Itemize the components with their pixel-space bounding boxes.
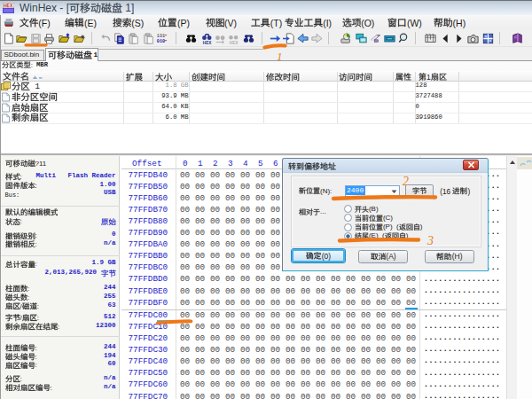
svg-text:HEX: HEX	[203, 41, 213, 44]
svg-text:010: 010	[157, 39, 165, 44]
svg-text:101: 101	[157, 34, 165, 39]
svg-text:HEX: HEX	[230, 41, 239, 44]
svg-text:HEX: HEX	[4, 3, 13, 8]
